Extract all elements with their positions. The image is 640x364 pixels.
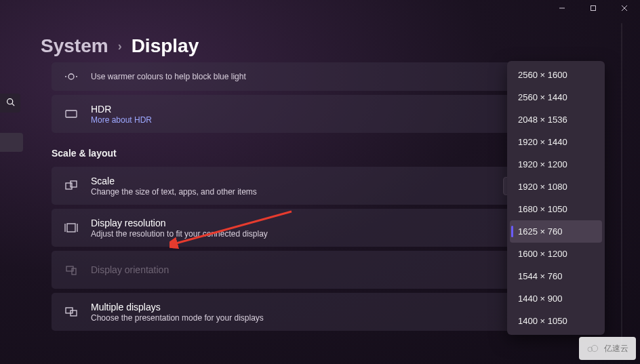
scale-icon xyxy=(64,178,79,193)
svg-point-4 xyxy=(7,99,12,104)
resolution-option[interactable]: 1544 × 760 xyxy=(510,265,602,287)
watermark-text: 亿速云 xyxy=(604,343,628,355)
nav-selected-indicator xyxy=(0,133,23,152)
close-button[interactable] xyxy=(609,0,640,16)
resolution-option[interactable]: 1920 × 1200 xyxy=(510,153,602,176)
window-controls xyxy=(546,0,640,16)
svg-line-5 xyxy=(12,104,14,106)
resolution-icon xyxy=(64,220,79,235)
watermark: 亿速云 xyxy=(579,337,636,360)
breadcrumb-parent[interactable]: System xyxy=(41,35,108,57)
scale-title: Scale xyxy=(91,176,491,186)
resolution-option[interactable]: 1625 × 760 xyxy=(510,220,602,243)
resolution-dropdown-menu[interactable]: 2560 × 16002560 × 14402048 × 15361920 × … xyxy=(507,61,605,335)
resolution-option[interactable]: 1600 × 1200 xyxy=(510,243,602,265)
svg-rect-9 xyxy=(66,110,77,117)
resolution-option[interactable]: 1680 × 1050 xyxy=(510,198,602,220)
scrollbar[interactable] xyxy=(621,23,622,355)
search-button[interactable] xyxy=(0,94,20,113)
svg-rect-11 xyxy=(71,181,77,187)
page-title: Display xyxy=(132,35,199,57)
hdr-icon xyxy=(64,106,79,121)
svg-rect-12 xyxy=(67,224,75,232)
night-light-icon xyxy=(64,69,79,84)
resolution-option[interactable]: 1920 × 1440 xyxy=(510,131,602,153)
chevron-right-icon: › xyxy=(118,39,122,54)
scale-subtitle: Change the size of text, apps, and other… xyxy=(91,187,491,197)
resolution-option[interactable]: 1440 × 900 xyxy=(510,287,602,310)
resolution-option[interactable]: 2560 × 1600 xyxy=(510,64,602,86)
multiple-displays-icon xyxy=(64,304,79,319)
search-icon xyxy=(6,97,15,109)
minimize-button[interactable] xyxy=(546,0,578,16)
breadcrumb: System › Display xyxy=(41,35,199,57)
orientation-icon xyxy=(64,262,79,277)
svg-rect-10 xyxy=(66,183,72,189)
resolution-option[interactable]: 1920 × 1080 xyxy=(510,176,602,198)
maximize-button[interactable] xyxy=(578,0,609,16)
svg-point-6 xyxy=(68,74,74,79)
resolution-option[interactable]: 2560 × 1440 xyxy=(510,86,602,108)
resolution-option[interactable]: 1400 × 1050 xyxy=(510,310,602,332)
resolution-option[interactable]: 2048 × 1536 xyxy=(510,108,602,131)
svg-rect-1 xyxy=(591,6,596,11)
